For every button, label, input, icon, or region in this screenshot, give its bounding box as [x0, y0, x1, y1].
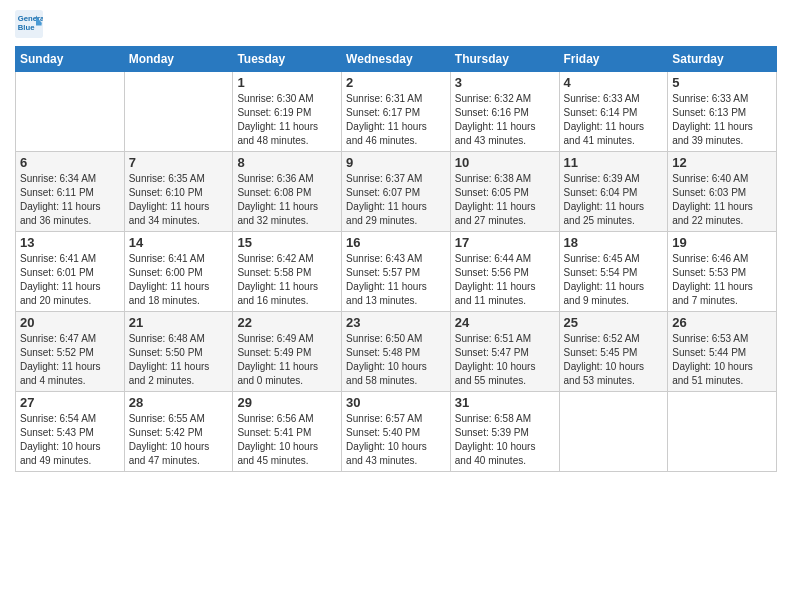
calendar-cell: 10Sunrise: 6:38 AM Sunset: 6:05 PM Dayli… — [450, 152, 559, 232]
calendar-cell: 20Sunrise: 6:47 AM Sunset: 5:52 PM Dayli… — [16, 312, 125, 392]
calendar-cell — [16, 72, 125, 152]
day-number: 16 — [346, 235, 446, 250]
day-number: 20 — [20, 315, 120, 330]
day-number: 22 — [237, 315, 337, 330]
page-header: General Blue — [15, 10, 777, 38]
calendar-cell: 6Sunrise: 6:34 AM Sunset: 6:11 PM Daylig… — [16, 152, 125, 232]
day-info: Sunrise: 6:31 AM Sunset: 6:17 PM Dayligh… — [346, 92, 446, 148]
calendar-cell: 24Sunrise: 6:51 AM Sunset: 5:47 PM Dayli… — [450, 312, 559, 392]
weekday-header-wednesday: Wednesday — [342, 47, 451, 72]
day-info: Sunrise: 6:50 AM Sunset: 5:48 PM Dayligh… — [346, 332, 446, 388]
day-info: Sunrise: 6:52 AM Sunset: 5:45 PM Dayligh… — [564, 332, 664, 388]
day-number: 17 — [455, 235, 555, 250]
day-number: 29 — [237, 395, 337, 410]
calendar-cell: 8Sunrise: 6:36 AM Sunset: 6:08 PM Daylig… — [233, 152, 342, 232]
day-info: Sunrise: 6:48 AM Sunset: 5:50 PM Dayligh… — [129, 332, 229, 388]
calendar-cell: 1Sunrise: 6:30 AM Sunset: 6:19 PM Daylig… — [233, 72, 342, 152]
calendar-cell: 11Sunrise: 6:39 AM Sunset: 6:04 PM Dayli… — [559, 152, 668, 232]
day-info: Sunrise: 6:53 AM Sunset: 5:44 PM Dayligh… — [672, 332, 772, 388]
day-number: 7 — [129, 155, 229, 170]
calendar-cell: 22Sunrise: 6:49 AM Sunset: 5:49 PM Dayli… — [233, 312, 342, 392]
day-info: Sunrise: 6:33 AM Sunset: 6:13 PM Dayligh… — [672, 92, 772, 148]
calendar-cell: 13Sunrise: 6:41 AM Sunset: 6:01 PM Dayli… — [16, 232, 125, 312]
calendar-cell: 18Sunrise: 6:45 AM Sunset: 5:54 PM Dayli… — [559, 232, 668, 312]
day-info: Sunrise: 6:54 AM Sunset: 5:43 PM Dayligh… — [20, 412, 120, 468]
day-info: Sunrise: 6:41 AM Sunset: 6:00 PM Dayligh… — [129, 252, 229, 308]
day-info: Sunrise: 6:39 AM Sunset: 6:04 PM Dayligh… — [564, 172, 664, 228]
page-container: General Blue SundayMondayTuesdayWednesda… — [0, 0, 792, 480]
day-number: 6 — [20, 155, 120, 170]
calendar-week-2: 6Sunrise: 6:34 AM Sunset: 6:11 PM Daylig… — [16, 152, 777, 232]
day-number: 15 — [237, 235, 337, 250]
calendar-table: SundayMondayTuesdayWednesdayThursdayFrid… — [15, 46, 777, 472]
weekday-header-saturday: Saturday — [668, 47, 777, 72]
calendar-cell: 25Sunrise: 6:52 AM Sunset: 5:45 PM Dayli… — [559, 312, 668, 392]
day-number: 25 — [564, 315, 664, 330]
day-info: Sunrise: 6:55 AM Sunset: 5:42 PM Dayligh… — [129, 412, 229, 468]
day-number: 24 — [455, 315, 555, 330]
day-info: Sunrise: 6:51 AM Sunset: 5:47 PM Dayligh… — [455, 332, 555, 388]
day-number: 4 — [564, 75, 664, 90]
calendar-cell: 19Sunrise: 6:46 AM Sunset: 5:53 PM Dayli… — [668, 232, 777, 312]
calendar-cell: 23Sunrise: 6:50 AM Sunset: 5:48 PM Dayli… — [342, 312, 451, 392]
day-info: Sunrise: 6:36 AM Sunset: 6:08 PM Dayligh… — [237, 172, 337, 228]
day-info: Sunrise: 6:45 AM Sunset: 5:54 PM Dayligh… — [564, 252, 664, 308]
calendar-cell: 28Sunrise: 6:55 AM Sunset: 5:42 PM Dayli… — [124, 392, 233, 472]
calendar-cell — [559, 392, 668, 472]
day-info: Sunrise: 6:57 AM Sunset: 5:40 PM Dayligh… — [346, 412, 446, 468]
day-info: Sunrise: 6:47 AM Sunset: 5:52 PM Dayligh… — [20, 332, 120, 388]
day-number: 12 — [672, 155, 772, 170]
weekday-header-sunday: Sunday — [16, 47, 125, 72]
weekday-header-tuesday: Tuesday — [233, 47, 342, 72]
weekday-header-monday: Monday — [124, 47, 233, 72]
day-number: 3 — [455, 75, 555, 90]
day-number: 1 — [237, 75, 337, 90]
day-info: Sunrise: 6:40 AM Sunset: 6:03 PM Dayligh… — [672, 172, 772, 228]
calendar-week-4: 20Sunrise: 6:47 AM Sunset: 5:52 PM Dayli… — [16, 312, 777, 392]
weekday-header-row: SundayMondayTuesdayWednesdayThursdayFrid… — [16, 47, 777, 72]
day-number: 13 — [20, 235, 120, 250]
day-number: 28 — [129, 395, 229, 410]
svg-text:Blue: Blue — [18, 23, 35, 32]
day-info: Sunrise: 6:41 AM Sunset: 6:01 PM Dayligh… — [20, 252, 120, 308]
day-info: Sunrise: 6:37 AM Sunset: 6:07 PM Dayligh… — [346, 172, 446, 228]
day-number: 10 — [455, 155, 555, 170]
weekday-header-thursday: Thursday — [450, 47, 559, 72]
logo: General Blue — [15, 10, 45, 38]
calendar-cell: 26Sunrise: 6:53 AM Sunset: 5:44 PM Dayli… — [668, 312, 777, 392]
day-number: 5 — [672, 75, 772, 90]
calendar-cell: 16Sunrise: 6:43 AM Sunset: 5:57 PM Dayli… — [342, 232, 451, 312]
day-number: 26 — [672, 315, 772, 330]
calendar-week-5: 27Sunrise: 6:54 AM Sunset: 5:43 PM Dayli… — [16, 392, 777, 472]
calendar-cell: 3Sunrise: 6:32 AM Sunset: 6:16 PM Daylig… — [450, 72, 559, 152]
calendar-cell: 4Sunrise: 6:33 AM Sunset: 6:14 PM Daylig… — [559, 72, 668, 152]
day-info: Sunrise: 6:46 AM Sunset: 5:53 PM Dayligh… — [672, 252, 772, 308]
day-number: 30 — [346, 395, 446, 410]
day-number: 8 — [237, 155, 337, 170]
calendar-cell: 29Sunrise: 6:56 AM Sunset: 5:41 PM Dayli… — [233, 392, 342, 472]
calendar-week-1: 1Sunrise: 6:30 AM Sunset: 6:19 PM Daylig… — [16, 72, 777, 152]
calendar-cell: 14Sunrise: 6:41 AM Sunset: 6:00 PM Dayli… — [124, 232, 233, 312]
day-info: Sunrise: 6:42 AM Sunset: 5:58 PM Dayligh… — [237, 252, 337, 308]
day-number: 19 — [672, 235, 772, 250]
logo-icon: General Blue — [15, 10, 43, 38]
day-number: 14 — [129, 235, 229, 250]
day-info: Sunrise: 6:38 AM Sunset: 6:05 PM Dayligh… — [455, 172, 555, 228]
day-number: 2 — [346, 75, 446, 90]
calendar-week-3: 13Sunrise: 6:41 AM Sunset: 6:01 PM Dayli… — [16, 232, 777, 312]
calendar-cell: 17Sunrise: 6:44 AM Sunset: 5:56 PM Dayli… — [450, 232, 559, 312]
calendar-cell: 31Sunrise: 6:58 AM Sunset: 5:39 PM Dayli… — [450, 392, 559, 472]
day-number: 11 — [564, 155, 664, 170]
calendar-cell: 2Sunrise: 6:31 AM Sunset: 6:17 PM Daylig… — [342, 72, 451, 152]
day-number: 27 — [20, 395, 120, 410]
day-number: 9 — [346, 155, 446, 170]
calendar-cell: 21Sunrise: 6:48 AM Sunset: 5:50 PM Dayli… — [124, 312, 233, 392]
day-number: 18 — [564, 235, 664, 250]
day-info: Sunrise: 6:30 AM Sunset: 6:19 PM Dayligh… — [237, 92, 337, 148]
calendar-cell: 9Sunrise: 6:37 AM Sunset: 6:07 PM Daylig… — [342, 152, 451, 232]
day-info: Sunrise: 6:43 AM Sunset: 5:57 PM Dayligh… — [346, 252, 446, 308]
day-number: 21 — [129, 315, 229, 330]
day-info: Sunrise: 6:49 AM Sunset: 5:49 PM Dayligh… — [237, 332, 337, 388]
day-info: Sunrise: 6:34 AM Sunset: 6:11 PM Dayligh… — [20, 172, 120, 228]
day-info: Sunrise: 6:33 AM Sunset: 6:14 PM Dayligh… — [564, 92, 664, 148]
